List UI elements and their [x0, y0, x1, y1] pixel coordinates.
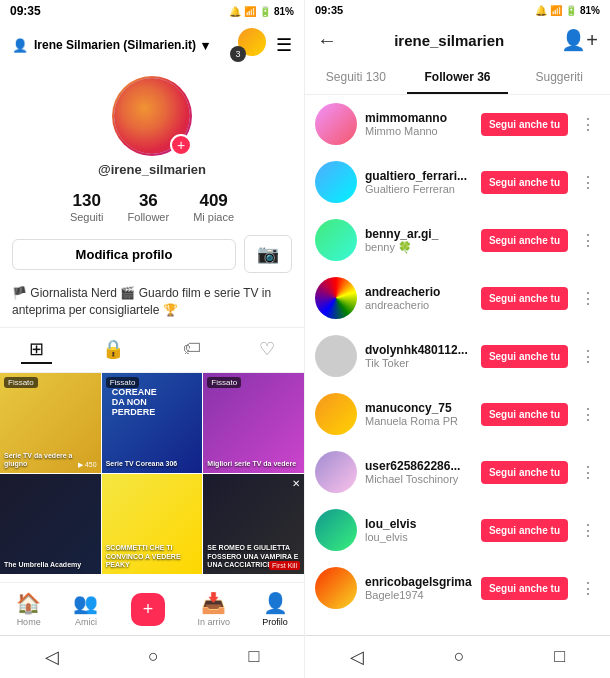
video-label-2: Serie TV Coreana 306 [106, 460, 199, 468]
tab-heart-icon[interactable]: ♡ [251, 336, 283, 364]
nav-home[interactable]: 🏠 Home [16, 591, 41, 627]
stats-row: 130 Seguiti 36 Follower 409 Mi piace [0, 181, 304, 227]
follower-avatar [315, 103, 357, 145]
follower-info: enricobagelsgrimaBagele1974 [365, 575, 473, 601]
first-kill-badge: First Kill [269, 561, 300, 570]
follower-item: mimmomannoMimmo MannoSegui anche tu⋮ [305, 95, 610, 153]
follow-button[interactable]: Segui anche tu [481, 345, 568, 368]
menu-icon[interactable]: ☰ [276, 34, 292, 56]
follower-name: lou_elvis [365, 531, 473, 543]
follow-button[interactable]: Segui anche tu [481, 171, 568, 194]
video-cell-1[interactable]: Fissato Serie TV da vedere a giugno ▶ 45… [0, 373, 101, 473]
more-options-button[interactable]: ⋮ [576, 343, 600, 370]
follower-avatar [315, 509, 357, 551]
tab-tag-icon[interactable]: 🏷 [175, 336, 209, 364]
video-cell-5[interactable]: SCOMMETTI CHE TI CONVINCO A VEDERE PEAKY [102, 474, 203, 574]
nav-add[interactable]: + [131, 593, 166, 626]
recents-system-btn-r[interactable]: □ [534, 642, 585, 672]
tab-follower[interactable]: Follower 36 [407, 60, 509, 94]
video-cell-6[interactable]: ✕ SE ROMEO E GIULIETTA FOSSERO UNA VAMPI… [203, 474, 304, 574]
follower-info: dvolynhk480112...Tik Toker [365, 343, 473, 369]
tab-lock-icon[interactable]: 🔒 [94, 336, 132, 364]
tab-grid-icon[interactable]: ⊞ [21, 336, 52, 364]
profile-icon: 👤 [263, 591, 288, 615]
stat-follower-num: 36 [128, 191, 170, 211]
nav-amici[interactable]: 👥 Amici [73, 591, 98, 627]
follower-avatar [315, 393, 357, 435]
nav-profilo[interactable]: 👤 Profilo [262, 591, 288, 627]
follower-name: Tik Toker [365, 357, 473, 369]
follower-username: mimmomanno [365, 111, 473, 125]
follow-button[interactable]: Segui anche tu [481, 113, 568, 136]
follower-username: andreacherio [365, 285, 473, 299]
instagram-icon: 📷 [257, 244, 279, 264]
inbox-icon: 📥 [201, 591, 226, 615]
follow-button[interactable]: Segui anche tu [481, 577, 568, 600]
follow-button[interactable]: Segui anche tu [481, 229, 568, 252]
follower-item: dvolynhk480112...Tik TokerSegui anche tu… [305, 327, 610, 385]
nav-inarrivo[interactable]: 📥 In arrivo [198, 591, 231, 627]
follow-button[interactable]: Segui anche tu [481, 287, 568, 310]
more-options-button[interactable]: ⋮ [576, 517, 600, 544]
follower-username: manuconcy_75 [365, 401, 473, 415]
system-nav-bar-right: ◁ ○ □ [305, 635, 610, 678]
back-system-btn-r[interactable]: ◁ [330, 642, 384, 672]
video-cell-4[interactable]: The Umbrella Academy [0, 474, 101, 574]
follower-info: gualtiero_ferrari...Gualtiero Ferreran [365, 169, 473, 195]
content-tabs: ⊞ 🔒 🏷 ♡ [0, 327, 304, 373]
follower-name: Bagele1974 [365, 589, 473, 601]
status-icons-left: 🔔 📶 🔋 81% [229, 6, 294, 17]
more-options-button[interactable]: ⋮ [576, 459, 600, 486]
follower-avatar [315, 567, 357, 609]
chevron-down-icon: ▾ [202, 38, 209, 53]
nav-amici-label: Amici [75, 617, 97, 627]
more-options-button[interactable]: ⋮ [576, 169, 600, 196]
follower-name: benny 🍀 [365, 241, 473, 254]
left-panel: 09:35 🔔 📶 🔋 81% 👤 Irene Silmarien (Silma… [0, 0, 305, 678]
home-system-btn-r[interactable]: ○ [434, 642, 485, 672]
tab-seguiti[interactable]: Seguiti 130 [305, 60, 407, 94]
x-icon: ✕ [292, 478, 300, 489]
follow-button[interactable]: Segui anche tu [481, 519, 568, 542]
video-grid-section: Fissato Serie TV da vedere a giugno ▶ 45… [0, 373, 304, 582]
more-options-button[interactable]: ⋮ [576, 227, 600, 254]
account-selector[interactable]: 👤 Irene Silmarien (Silmarien.it) ▾ [12, 38, 209, 53]
follower-item: user625862286...Michael ToschinorySegui … [305, 443, 610, 501]
video-grid: Fissato Serie TV da vedere a giugno ▶ 45… [0, 373, 304, 574]
video-cell-2[interactable]: Fissato COREANEDA NONPERDERE Serie TV Co… [102, 373, 203, 473]
edit-profile-button[interactable]: Modifica profilo [12, 239, 236, 270]
follower-username: enricobagelsgrima [365, 575, 473, 589]
messages-btn[interactable]: 3 [238, 28, 266, 62]
nav-home-label: Home [17, 617, 41, 627]
follower-username: dvolynhk480112... [365, 343, 473, 357]
follower-name: Mimmo Manno [365, 125, 473, 137]
add-avatar-button[interactable]: + [170, 134, 192, 156]
recents-system-btn[interactable]: □ [228, 642, 279, 672]
instagram-button[interactable]: 📷 [244, 235, 292, 273]
add-button[interactable]: + [131, 593, 166, 626]
follower-info: manuconcy_75Manuela Roma PR [365, 401, 473, 427]
more-options-button[interactable]: ⋮ [576, 401, 600, 428]
follower-username: user625862286... [365, 459, 473, 473]
more-options-button[interactable]: ⋮ [576, 575, 600, 602]
follower-avatar [315, 219, 357, 261]
follow-button[interactable]: Segui anche tu [481, 403, 568, 426]
follow-button[interactable]: Segui anche tu [481, 461, 568, 484]
profile-title: irene_silmarien [394, 32, 504, 49]
add-person-button[interactable]: 👤+ [561, 28, 598, 52]
follower-name: andreacherio [365, 299, 473, 311]
home-system-btn[interactable]: ○ [128, 642, 179, 672]
tab-suggeriti[interactable]: Suggeriti [508, 60, 610, 94]
follower-info: lou_elvislou_elvis [365, 517, 473, 543]
more-options-button[interactable]: ⋮ [576, 111, 600, 138]
more-options-button[interactable]: ⋮ [576, 285, 600, 312]
back-system-btn[interactable]: ◁ [25, 642, 79, 672]
bottom-nav-left: 🏠 Home 👥 Amici + 📥 In arrivo 👤 Profilo [0, 582, 304, 635]
video-cell-3[interactable]: Fissato Migliori serie TV da vedere [203, 373, 304, 473]
follower-item: andreacherioandreacherioSegui anche tu⋮ [305, 269, 610, 327]
video-title-2: COREANEDA NONPERDERE [106, 381, 163, 423]
follower-name: Manuela Roma PR [365, 415, 473, 427]
pinned-badge-1: Fissato [4, 377, 38, 388]
plus-icon: + [143, 599, 154, 620]
back-button[interactable]: ← [317, 29, 337, 52]
